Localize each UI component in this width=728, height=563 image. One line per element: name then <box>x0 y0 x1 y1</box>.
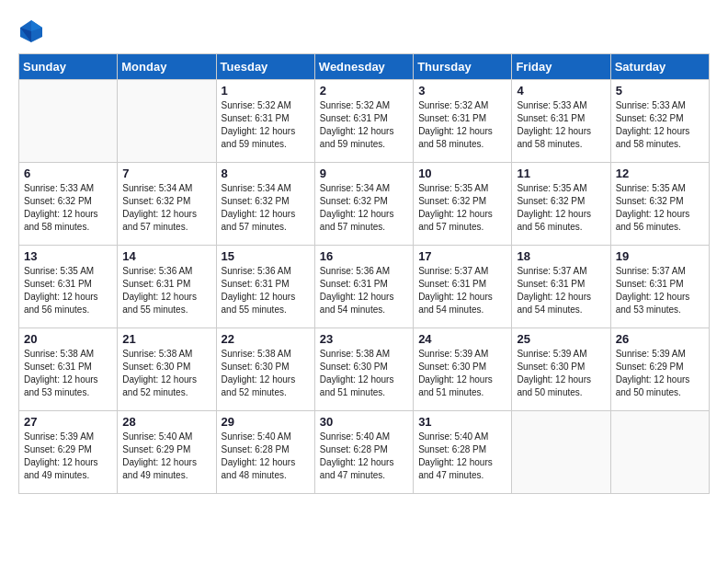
cell-info: Sunrise: 5:33 AMSunset: 6:32 PMDaylight:… <box>616 99 704 151</box>
calendar-cell: 17Sunrise: 5:37 AMSunset: 6:31 PMDayligh… <box>414 246 512 328</box>
day-number: 12 <box>616 167 704 180</box>
daylight-text: Daylight: 12 hours and 56 minutes. <box>517 209 591 232</box>
sunset-text: Sunset: 6:32 PM <box>616 196 684 206</box>
daylight-text: Daylight: 12 hours and 58 minutes. <box>616 126 690 149</box>
calendar-cell <box>512 411 610 494</box>
daylight-text: Daylight: 12 hours and 51 minutes. <box>418 374 493 397</box>
cell-info: Sunrise: 5:39 AMSunset: 6:29 PMDaylight:… <box>616 348 704 399</box>
sunrise-text: Sunrise: 5:38 AM <box>24 349 94 359</box>
sunset-text: Sunset: 6:31 PM <box>418 113 486 123</box>
daylight-text: Daylight: 12 hours and 50 minutes. <box>616 374 690 397</box>
sunrise-text: Sunrise: 5:40 AM <box>122 431 192 442</box>
sunrise-text: Sunrise: 5:37 AM <box>418 266 488 276</box>
daylight-text: Daylight: 12 hours and 56 minutes. <box>24 292 98 315</box>
cell-info: Sunrise: 5:40 AMSunset: 6:28 PMDaylight:… <box>320 431 408 482</box>
daylight-text: Daylight: 12 hours and 48 minutes. <box>222 457 296 480</box>
sunset-text: Sunset: 6:29 PM <box>24 444 92 454</box>
sunrise-text: Sunrise: 5:33 AM <box>24 183 94 193</box>
calendar-table: SundayMondayTuesdayWednesdayThursdayFrid… <box>18 53 710 494</box>
sunset-text: Sunset: 6:32 PM <box>122 196 190 206</box>
calendar-cell: 3Sunrise: 5:32 AMSunset: 6:31 PMDaylight… <box>414 80 512 163</box>
sunrise-text: Sunrise: 5:34 AM <box>122 183 192 193</box>
daylight-text: Daylight: 12 hours and 59 minutes. <box>222 126 296 149</box>
calendar-cell: 5Sunrise: 5:33 AMSunset: 6:32 PMDaylight… <box>610 80 709 163</box>
sunrise-text: Sunrise: 5:32 AM <box>418 100 488 110</box>
sunset-text: Sunset: 6:31 PM <box>320 279 388 289</box>
calendar-cell: 1Sunrise: 5:32 AMSunset: 6:31 PMDaylight… <box>216 80 314 163</box>
calendar-cell: 4Sunrise: 5:33 AMSunset: 6:31 PMDaylight… <box>512 80 610 163</box>
cell-info: Sunrise: 5:34 AMSunset: 6:32 PMDaylight:… <box>320 182 408 234</box>
cell-info: Sunrise: 5:37 AMSunset: 6:31 PMDaylight:… <box>616 265 704 316</box>
day-number: 16 <box>320 249 408 263</box>
daylight-text: Daylight: 12 hours and 49 minutes. <box>122 457 197 480</box>
cell-info: Sunrise: 5:37 AMSunset: 6:31 PMDaylight:… <box>517 265 605 316</box>
daylight-text: Daylight: 12 hours and 50 minutes. <box>517 374 591 397</box>
cell-info: Sunrise: 5:32 AMSunset: 6:31 PMDaylight:… <box>320 99 408 151</box>
cell-info: Sunrise: 5:39 AMSunset: 6:30 PMDaylight:… <box>418 348 506 399</box>
cell-info: Sunrise: 5:36 AMSunset: 6:31 PMDaylight:… <box>222 265 310 316</box>
daylight-text: Daylight: 12 hours and 57 minutes. <box>320 209 394 232</box>
sunrise-text: Sunrise: 5:37 AM <box>517 266 586 276</box>
day-number: 5 <box>616 84 704 98</box>
cell-info: Sunrise: 5:39 AMSunset: 6:29 PMDaylight:… <box>24 431 112 482</box>
cell-info: Sunrise: 5:40 AMSunset: 6:29 PMDaylight:… <box>122 431 210 482</box>
calendar-cell: 15Sunrise: 5:36 AMSunset: 6:31 PMDayligh… <box>216 246 314 328</box>
calendar-cell: 9Sunrise: 5:34 AMSunset: 6:32 PMDaylight… <box>314 163 413 246</box>
cell-info: Sunrise: 5:37 AMSunset: 6:31 PMDaylight:… <box>418 265 506 316</box>
daylight-text: Daylight: 12 hours and 54 minutes. <box>320 292 394 315</box>
page-header <box>18 18 710 44</box>
weekday-header-sunday: Sunday <box>19 54 118 80</box>
day-number: 22 <box>222 332 310 346</box>
cell-info: Sunrise: 5:40 AMSunset: 6:28 PMDaylight:… <box>418 431 506 482</box>
calendar-cell: 22Sunrise: 5:38 AMSunset: 6:30 PMDayligh… <box>216 328 314 411</box>
calendar-cell: 11Sunrise: 5:35 AMSunset: 6:32 PMDayligh… <box>512 163 610 246</box>
day-number: 15 <box>222 249 310 263</box>
calendar-cell <box>19 80 118 163</box>
sunset-text: Sunset: 6:31 PM <box>616 279 684 289</box>
sunset-text: Sunset: 6:30 PM <box>320 362 388 372</box>
calendar-cell: 25Sunrise: 5:39 AMSunset: 6:30 PMDayligh… <box>512 328 610 411</box>
daylight-text: Daylight: 12 hours and 53 minutes. <box>616 292 690 315</box>
sunset-text: Sunset: 6:30 PM <box>222 362 290 372</box>
sunrise-text: Sunrise: 5:39 AM <box>418 349 488 359</box>
day-number: 26 <box>616 332 704 346</box>
sunset-text: Sunset: 6:31 PM <box>222 113 290 123</box>
calendar-cell: 21Sunrise: 5:38 AMSunset: 6:30 PMDayligh… <box>118 328 216 411</box>
daylight-text: Daylight: 12 hours and 58 minutes. <box>24 209 98 232</box>
cell-info: Sunrise: 5:38 AMSunset: 6:30 PMDaylight:… <box>320 348 408 399</box>
cell-info: Sunrise: 5:32 AMSunset: 6:31 PMDaylight:… <box>418 99 506 151</box>
sunset-text: Sunset: 6:32 PM <box>320 196 388 206</box>
day-number: 23 <box>320 332 408 346</box>
weekday-header-wednesday: Wednesday <box>314 54 413 80</box>
cell-info: Sunrise: 5:36 AMSunset: 6:31 PMDaylight:… <box>122 265 210 316</box>
sunrise-text: Sunrise: 5:36 AM <box>122 266 192 276</box>
daylight-text: Daylight: 12 hours and 58 minutes. <box>418 126 493 149</box>
calendar-cell: 14Sunrise: 5:36 AMSunset: 6:31 PMDayligh… <box>118 246 216 328</box>
sunset-text: Sunset: 6:31 PM <box>517 113 585 123</box>
daylight-text: Daylight: 12 hours and 58 minutes. <box>517 126 591 149</box>
calendar-cell: 16Sunrise: 5:36 AMSunset: 6:31 PMDayligh… <box>314 246 413 328</box>
day-number: 3 <box>418 84 506 98</box>
daylight-text: Daylight: 12 hours and 54 minutes. <box>418 292 493 315</box>
calendar-cell: 27Sunrise: 5:39 AMSunset: 6:29 PMDayligh… <box>19 411 118 494</box>
day-number: 30 <box>320 415 408 429</box>
day-number: 25 <box>517 332 605 346</box>
daylight-text: Daylight: 12 hours and 57 minutes. <box>122 209 197 232</box>
daylight-text: Daylight: 12 hours and 51 minutes. <box>320 374 394 397</box>
day-number: 21 <box>122 332 210 346</box>
calendar-cell: 2Sunrise: 5:32 AMSunset: 6:31 PMDaylight… <box>314 80 413 163</box>
day-number: 10 <box>418 167 506 180</box>
sunset-text: Sunset: 6:31 PM <box>320 113 388 123</box>
calendar-cell: 31Sunrise: 5:40 AMSunset: 6:28 PMDayligh… <box>414 411 512 494</box>
calendar-cell: 6Sunrise: 5:33 AMSunset: 6:32 PMDaylight… <box>19 163 118 246</box>
sunrise-text: Sunrise: 5:39 AM <box>517 349 586 359</box>
weekday-header-thursday: Thursday <box>414 54 512 80</box>
sunrise-text: Sunrise: 5:38 AM <box>222 349 291 359</box>
daylight-text: Daylight: 12 hours and 52 minutes. <box>122 374 197 397</box>
cell-info: Sunrise: 5:33 AMSunset: 6:31 PMDaylight:… <box>517 99 605 151</box>
sunset-text: Sunset: 6:29 PM <box>616 362 684 372</box>
cell-info: Sunrise: 5:34 AMSunset: 6:32 PMDaylight:… <box>122 182 210 234</box>
day-number: 19 <box>616 249 704 263</box>
daylight-text: Daylight: 12 hours and 47 minutes. <box>320 457 394 480</box>
sunset-text: Sunset: 6:31 PM <box>122 279 190 289</box>
